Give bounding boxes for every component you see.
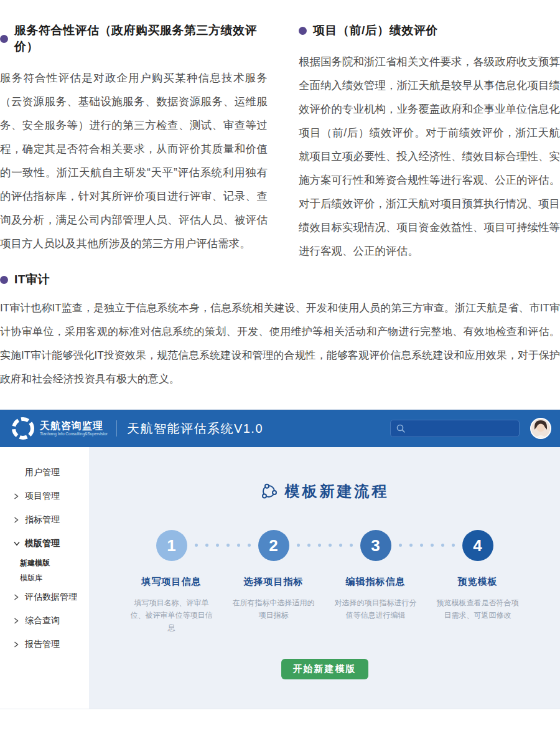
system-title: 天航智能评估系统V1.0: [127, 420, 263, 437]
search-icon: [396, 423, 406, 433]
logo-subtitle: Tianhang Info Consulting&Supervisior: [40, 432, 108, 437]
stepper: 1 填写项目信息 填写项目名称、评审单位、被评审单位等项目信息 2 选择项目指标…: [89, 530, 560, 634]
bullet-icon: [299, 27, 307, 35]
step-label: 编辑指标信息: [346, 576, 406, 588]
step-2: 2 选择项目指标 在所有指标中选择适用的项目指标: [223, 530, 325, 634]
sidebar-item-label: 新建模版: [20, 558, 50, 569]
chevron-down-icon: [14, 541, 20, 546]
sidebar: 用户管理 项目管理 指标管理 模版管理 新建模版 模版: [0, 447, 89, 709]
sidebar-item-indicators[interactable]: 指标管理: [14, 508, 89, 532]
sidebar-item-label: 综合查询: [25, 615, 60, 626]
page: 服务符合性评估（政府购买服务第三方绩效评价） 服务符合性评估是对政企用户购买某种…: [0, 0, 560, 746]
sidebar-item-reports[interactable]: 报告管理: [14, 633, 89, 656]
section-it-audit: IT审计 IT审计也称IT监查，是独立于信息系统本身，信息系统相关建设、开发和使…: [0, 271, 560, 391]
sidebar-subitem-template-library[interactable]: 模版库: [14, 570, 89, 585]
section-body: 根据国务院和浙江省相关文件要求，各级政府收支预算全面纳入绩效管理，浙江天航是较早…: [299, 50, 560, 263]
sidebar-item-projects[interactable]: 项目管理: [14, 484, 89, 508]
avatar[interactable]: [530, 418, 551, 439]
sidebar-item-label: 指标管理: [25, 514, 60, 526]
chevron-right-icon: [14, 618, 20, 624]
step-1: 1 填写项目信息 填写项目名称、评审单位、被评审单位等项目信息: [121, 530, 223, 634]
chevron-right-icon: [14, 493, 20, 499]
sidebar-subitem-new-template[interactable]: 新建模版: [14, 555, 89, 570]
step-label: 选择项目指标: [244, 576, 304, 588]
step-description: 在所有指标中选择适用的项目指标: [233, 597, 315, 621]
step-label: 填写项目信息: [142, 576, 202, 588]
sidebar-item-templates[interactable]: 模版管理: [14, 532, 89, 555]
section-body: IT审计也称IT监查，是独立于信息系统本身，信息系统相关建设、开发和使用人员的第…: [0, 296, 560, 391]
section-body: 服务符合性评估是对政企用户购买某种信息技术服务（云资源服务、基础设施服务、数据资…: [0, 66, 268, 255]
section-title: 项目（前/后）绩效评价: [313, 22, 438, 39]
logo-text: 天航咨询监理 Tianhang Info Consulting&Supervis…: [40, 420, 108, 437]
app-screenshot: 天航咨询监理 Tianhang Info Consulting&Supervis…: [0, 410, 560, 709]
step-description: 填写项目名称、评审单位、被评审单位等项目信息: [131, 597, 213, 634]
step-3: 3 编辑指标信息 对选择的项目指标进行分值等信息进行编辑: [325, 530, 427, 634]
logo-title: 天航咨询监理: [40, 420, 108, 432]
sidebar-item-label: 报告管理: [25, 639, 60, 650]
step-description: 预览模板查看是否符合项目需求、可返回修改: [437, 597, 519, 621]
step-number-badge: 3: [360, 530, 391, 561]
main-panel: 模板新建流程 1 填写项目信息 填写项目名称、评审单位、被评审单位等项目信息 2…: [89, 447, 560, 709]
step-description: 对选择的项目指标进行分值等信息进行编辑: [335, 597, 417, 621]
logo: 天航咨询监理 Tianhang Info Consulting&Supervis…: [11, 417, 108, 440]
app-header: 天航咨询监理 Tianhang Info Consulting&Supervis…: [0, 410, 560, 447]
search-input[interactable]: [390, 420, 520, 437]
start-create-template-button[interactable]: 开始新建模版: [281, 659, 368, 679]
page-title: 模板新建流程: [89, 447, 560, 501]
logo-icon: [11, 417, 35, 440]
avatar-face: [531, 419, 550, 438]
sidebar-item-label: 项目管理: [25, 491, 60, 502]
step-number-badge: 2: [258, 530, 289, 561]
sidebar-item-users[interactable]: 用户管理: [14, 461, 89, 484]
section-title: 服务符合性评估（政府购买服务第三方绩效评价）: [14, 22, 268, 55]
sidebar-item-label: 用户管理: [25, 467, 60, 478]
chevron-right-icon: [14, 594, 20, 600]
header-divider: [116, 420, 117, 437]
sidebar-item-evaluation-data[interactable]: 评估数据管理: [14, 585, 89, 609]
sidebar-item-label: 模版库: [20, 573, 42, 583]
section-title: IT审计: [14, 271, 50, 288]
sidebar-item-label: 评估数据管理: [25, 592, 77, 603]
section-project-evaluation: 项目（前/后）绩效评价 根据国务院和浙江省相关文件要求，各级政府收支预算全面纳入…: [299, 22, 560, 263]
sidebar-item-comprehensive-query[interactable]: 综合查询: [14, 609, 89, 633]
bullet-icon: [0, 35, 8, 43]
page-title-text: 模板新建流程: [285, 481, 390, 501]
step-4: 4 预览模板 预览模板查看是否符合项目需求、可返回修改: [427, 530, 529, 634]
step-number-badge: 4: [462, 530, 493, 561]
step-number-badge: 1: [156, 530, 187, 561]
chevron-right-icon: [14, 641, 20, 648]
flow-icon: [260, 483, 278, 500]
chevron-right-icon: [14, 517, 20, 523]
step-label: 预览模板: [458, 576, 498, 588]
sidebar-item-label: 模版管理: [25, 538, 60, 549]
section-service-compliance: 服务符合性评估（政府购买服务第三方绩效评价） 服务符合性评估是对政企用户购买某种…: [0, 22, 268, 255]
bullet-icon: [0, 276, 8, 284]
